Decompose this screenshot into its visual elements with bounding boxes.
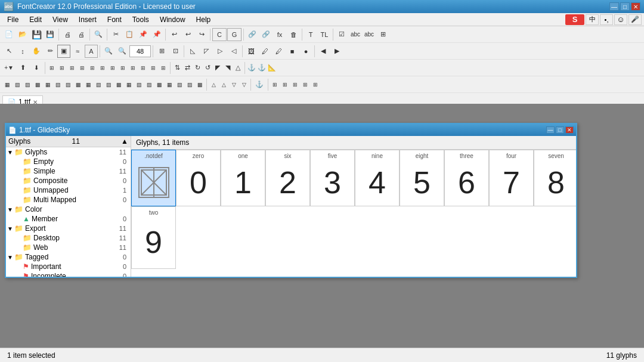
layout15-btn[interactable]: ▨ <box>144 78 154 91</box>
square-btn[interactable]: ■ <box>286 45 299 58</box>
save-all-btn[interactable]: 💾 <box>44 28 57 41</box>
grid12-btn[interactable]: ⊞ <box>159 61 168 75</box>
tr4-btn[interactable]: ↺ <box>203 61 212 75</box>
find-btn[interactable]: 🔍 <box>92 28 105 41</box>
tree-item-composite[interactable]: 📁 Composite 0 <box>6 176 131 185</box>
zoomout-btn[interactable]: 🔍 <box>116 45 129 58</box>
fx-btn[interactable]: fx <box>273 28 286 41</box>
layout19-btn[interactable]: ▨ <box>185 78 194 91</box>
tr7-btn[interactable]: △ <box>233 61 243 75</box>
layout9-btn[interactable]: ▦ <box>83 78 93 91</box>
tree-item-tagged[interactable]: ▼ 📁 Tagged 0 <box>6 252 131 262</box>
glyph-cell-nine[interactable]: nine 4 <box>355 150 400 206</box>
nav-left-btn[interactable]: ◀ <box>317 45 330 58</box>
copy-btn[interactable]: 📋 <box>123 28 136 41</box>
check-btn[interactable]: ☑ <box>335 28 348 41</box>
tree-item-member[interactable]: ▲ Member 0 <box>6 214 131 224</box>
sub-maximize-button[interactable]: □ <box>556 126 564 134</box>
layout3-btn[interactable]: ▨ <box>23 78 32 91</box>
circle-btn[interactable]: ● <box>299 45 312 58</box>
sub-close-button[interactable]: ✕ <box>565 126 574 134</box>
menu-help[interactable]: Help <box>191 14 216 25</box>
layout11-btn[interactable]: ▨ <box>104 78 113 91</box>
pen2-btn[interactable]: 🖊 <box>272 45 285 58</box>
grid2-btn[interactable]: ⊞ <box>57 61 67 75</box>
tree-item-simple[interactable]: 📁 Simple 11 <box>6 166 131 176</box>
shape3-btn[interactable]: ▷ <box>213 45 227 58</box>
grid8-btn[interactable]: ⊞ <box>118 61 128 75</box>
layout18-btn[interactable]: ▧ <box>175 78 184 91</box>
shape-a-btn[interactable]: △ <box>209 78 218 91</box>
glyph-cell-seven[interactable]: seven 8 <box>534 150 576 206</box>
layout7-btn[interactable]: ▨ <box>63 78 73 91</box>
tree-item-multimapped[interactable]: 📁 Multi Mapped 0 <box>6 195 131 205</box>
shape-c-btn[interactable]: ▽ <box>229 78 239 91</box>
menu-edit[interactable]: Edit <box>24 14 47 25</box>
rect-btn[interactable]: ▣ <box>57 45 70 58</box>
menu-view[interactable]: View <box>48 14 73 25</box>
print2-btn[interactable]: 🖨 <box>75 28 88 41</box>
paste2-btn[interactable]: 📌 <box>150 28 163 41</box>
tree-item-glyphs[interactable]: ▼ 📁 Glyphs 11 <box>6 147 131 157</box>
glyph-cell-four[interactable]: four 7 <box>489 150 534 206</box>
glyph-cell-notdef[interactable]: .notdef <box>131 150 176 206</box>
cut-btn[interactable]: ✂ <box>109 28 122 41</box>
zoomin-btn[interactable]: 🔍 <box>102 45 115 58</box>
export2-btn[interactable]: ⊞ <box>280 78 290 91</box>
menu-font[interactable]: Font <box>103 14 126 25</box>
layout14-btn[interactable]: ▧ <box>134 78 144 91</box>
layout13-btn[interactable]: ▦ <box>124 78 134 91</box>
shape4-btn[interactable]: ◁ <box>227 45 240 58</box>
glyph-cell-three[interactable]: three 6 <box>444 150 489 206</box>
tree-item-empty[interactable]: 📁 Empty 0 <box>6 157 131 166</box>
tl-btn[interactable]: TL <box>318 28 331 41</box>
anchor1-btn[interactable]: ⚓ <box>247 61 256 75</box>
export1-btn[interactable]: ⊞ <box>270 78 280 91</box>
print-btn[interactable]: 🖨 <box>61 28 74 41</box>
tree-item-color[interactable]: ▼ 📁 Color <box>6 205 131 214</box>
export4-btn[interactable]: ⊞ <box>301 78 310 91</box>
layout10-btn[interactable]: ▧ <box>94 78 103 91</box>
layout4-btn[interactable]: ▩ <box>33 78 42 91</box>
glyph-cell-five[interactable]: five 3 <box>310 150 355 206</box>
grid1-btn[interactable]: ⊞ <box>47 61 57 75</box>
glyph-cell-eight[interactable]: eight 5 <box>400 150 444 206</box>
text3-btn[interactable]: A <box>85 45 98 58</box>
shape2-btn[interactable]: ◸ <box>200 45 213 58</box>
glyph-cell-one[interactable]: one 1 <box>221 150 265 206</box>
text-btn[interactable]: abc <box>349 28 362 41</box>
menu-insert[interactable]: Insert <box>74 14 101 25</box>
grid10-btn[interactable]: ⊞ <box>138 61 148 75</box>
view2-btn[interactable]: ⊡ <box>169 45 182 58</box>
paste-btn[interactable]: 📌 <box>137 28 150 41</box>
text2-btn[interactable]: abc <box>363 28 376 41</box>
arrow-btn[interactable]: ↖ <box>2 45 16 58</box>
menu-tools[interactable]: Tools <box>128 14 154 25</box>
anchor3-btn[interactable]: 📐 <box>267 61 277 75</box>
layout5-btn[interactable]: ▦ <box>43 78 52 91</box>
menu-window[interactable]: Window <box>155 14 190 25</box>
layout16-btn[interactable]: ▩ <box>154 78 164 91</box>
layout6-btn[interactable]: ▧ <box>53 78 63 91</box>
tr2-btn[interactable]: ⇄ <box>182 61 192 75</box>
shape-d-btn[interactable]: ▽ <box>239 78 249 91</box>
bezier-btn[interactable]: ≈ <box>71 45 84 58</box>
glyph-cell-zero[interactable]: zero 0 <box>176 150 221 206</box>
grid6-btn[interactable]: ⊞ <box>98 61 107 75</box>
tree-item-unmapped[interactable]: 📁 Unmapped 1 <box>6 185 131 195</box>
pencil-btn[interactable]: ✏ <box>44 45 57 58</box>
link2-btn[interactable]: 🔗 <box>259 28 273 41</box>
t-btn[interactable]: T <box>304 28 317 41</box>
tr6-btn[interactable]: ◥ <box>223 61 233 75</box>
grid5-btn[interactable]: ⊞ <box>88 61 97 75</box>
up-btn[interactable]: ⬆ <box>16 61 29 75</box>
pen-btn[interactable]: 🖊 <box>258 45 271 58</box>
view-btn[interactable]: ⊞ <box>155 45 168 58</box>
grid9-btn[interactable]: ⊞ <box>128 61 138 75</box>
menu-file[interactable]: File <box>2 14 23 25</box>
img-btn[interactable]: 🖼 <box>244 45 258 58</box>
tree-item-export[interactable]: ▼ 📁 Export 11 <box>6 224 131 233</box>
arrow2-btn[interactable]: ↕ <box>16 45 29 58</box>
anchor2-btn[interactable]: ⚓ <box>257 61 267 75</box>
grid7-btn[interactable]: ⊞ <box>108 61 117 75</box>
